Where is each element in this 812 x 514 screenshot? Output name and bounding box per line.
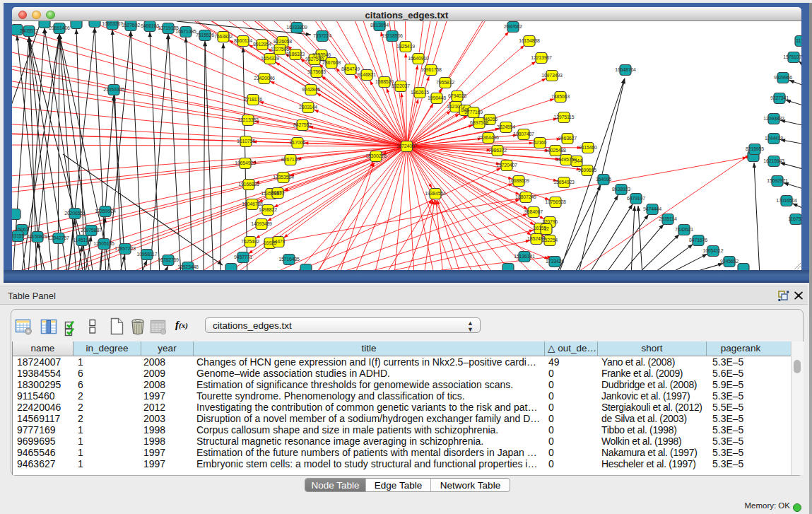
svg-text:8267130: 8267130 xyxy=(281,157,300,162)
svg-text:3175685: 3175685 xyxy=(307,69,326,74)
svg-text:10688609: 10688609 xyxy=(508,178,529,183)
svg-text:1362615: 1362615 xyxy=(411,90,429,95)
svg-text:9329966: 9329966 xyxy=(774,75,792,80)
svg-text:10756928: 10756928 xyxy=(545,199,566,204)
svg-text:1325419: 1325419 xyxy=(396,44,415,49)
svg-text:10973493: 10973493 xyxy=(541,73,563,78)
svg-text:1145193: 1145193 xyxy=(73,238,91,243)
svg-text:16961758: 16961758 xyxy=(420,67,442,72)
svg-text:19654923: 19654923 xyxy=(235,160,256,165)
svg-text:2087682: 2087682 xyxy=(504,24,522,29)
svg-text:20691406: 20691406 xyxy=(49,25,70,30)
svg-text:18300275: 18300275 xyxy=(365,153,387,158)
svg-text:10654112: 10654112 xyxy=(702,248,723,253)
svg-text:12213382: 12213382 xyxy=(237,117,259,122)
svg-text:2935114: 2935114 xyxy=(659,216,677,221)
svg-text:164095: 164095 xyxy=(596,177,611,182)
svg-text:17857223: 17857223 xyxy=(114,246,136,251)
svg-text:12353594: 12353594 xyxy=(273,175,294,180)
svg-text:6466160: 6466160 xyxy=(141,23,159,28)
svg-text:8427552: 8427552 xyxy=(293,122,312,127)
svg-text:6479197: 6479197 xyxy=(627,196,645,201)
svg-text:10958117: 10958117 xyxy=(136,252,157,257)
svg-text:15692971: 15692971 xyxy=(767,178,788,183)
svg-text:9699695: 9699695 xyxy=(578,168,596,173)
svg-text:252254: 252254 xyxy=(542,238,558,243)
svg-text:7663822: 7663822 xyxy=(214,34,233,39)
svg-text:9457771: 9457771 xyxy=(234,255,252,259)
svg-text:12213967: 12213967 xyxy=(531,55,552,60)
svg-text:1654339: 1654339 xyxy=(261,56,279,61)
svg-text:2718176: 2718176 xyxy=(244,97,262,102)
svg-text:9115460: 9115460 xyxy=(579,145,597,150)
svg-text:10025488: 10025488 xyxy=(545,148,566,153)
svg-text:2367608: 2367608 xyxy=(322,60,341,65)
svg-text:7625402: 7625402 xyxy=(241,239,259,244)
svg-text:1610755: 1610755 xyxy=(237,139,255,144)
svg-text:1733426: 1733426 xyxy=(546,259,564,264)
svg-text:8322037: 8322037 xyxy=(392,83,410,88)
svg-text:15654923: 15654923 xyxy=(553,180,575,185)
svg-text:15061: 15061 xyxy=(16,227,29,232)
svg-text:17359924: 17359924 xyxy=(95,209,116,214)
svg-text:19384554: 19384554 xyxy=(425,191,446,196)
svg-text:17016504: 17016504 xyxy=(776,198,797,203)
svg-text:9463627: 9463627 xyxy=(558,136,577,141)
svg-text:15720407: 15720407 xyxy=(496,163,517,168)
svg-text:10653267: 10653267 xyxy=(102,21,123,26)
svg-text:93155: 93155 xyxy=(12,233,25,238)
svg-text:20975887: 20975887 xyxy=(81,228,102,233)
svg-text:16648764: 16648764 xyxy=(615,67,636,72)
svg-text:16046788: 16046788 xyxy=(242,201,263,206)
svg-text:8912954: 8912954 xyxy=(253,42,271,47)
svg-text:14093489: 14093489 xyxy=(251,221,272,226)
svg-text:116753: 116753 xyxy=(788,216,801,221)
svg-text:96833: 96833 xyxy=(271,190,285,195)
svg-text:9327508: 9327508 xyxy=(305,57,324,62)
svg-text:21053346: 21053346 xyxy=(103,87,124,92)
svg-text:7515526: 7515526 xyxy=(196,33,214,37)
svg-text:16671385: 16671385 xyxy=(175,29,196,34)
svg-text:11156829: 11156829 xyxy=(28,234,48,239)
svg-text:120796: 120796 xyxy=(542,219,558,224)
svg-text:19218506: 19218506 xyxy=(382,33,403,38)
svg-text:16782759: 16782759 xyxy=(158,257,179,262)
svg-text:21364436: 21364436 xyxy=(478,135,499,140)
svg-text:18724007: 18724007 xyxy=(396,144,418,148)
svg-text:8186323: 8186323 xyxy=(286,52,305,57)
svg-text:9146821: 9146821 xyxy=(358,72,376,77)
svg-text:1244418: 1244418 xyxy=(765,136,783,141)
svg-text:9684067: 9684067 xyxy=(524,209,543,214)
svg-text:7485063: 7485063 xyxy=(551,94,570,99)
svg-text:12975115: 12975115 xyxy=(553,115,574,119)
svg-text:12: 12 xyxy=(543,226,549,231)
svg-text:2803144: 2803144 xyxy=(299,105,317,110)
svg-text:6794028: 6794028 xyxy=(448,93,466,98)
svg-text:9245652: 9245652 xyxy=(720,259,739,264)
svg-text:1227506: 1227506 xyxy=(271,47,289,52)
svg-text:8660124: 8660124 xyxy=(234,38,252,43)
svg-text:1117: 1117 xyxy=(796,38,801,43)
svg-text:14479: 14479 xyxy=(272,239,286,244)
svg-text:1990448: 1990448 xyxy=(428,95,446,100)
svg-text:62160: 62160 xyxy=(534,140,547,145)
svg-text:817006: 817006 xyxy=(290,140,305,145)
svg-text:9242845: 9242845 xyxy=(302,87,320,92)
svg-text:16640910: 16640910 xyxy=(408,56,429,61)
svg-text:7955812: 7955812 xyxy=(436,80,454,85)
svg-text:19166825: 19166825 xyxy=(238,182,259,187)
svg-text:16154838: 16154838 xyxy=(519,38,540,43)
svg-text:8215955: 8215955 xyxy=(746,146,764,151)
svg-text:8471676: 8471676 xyxy=(689,238,707,243)
svg-text:9227341: 9227341 xyxy=(770,95,789,100)
svg-text:20206556: 20206556 xyxy=(64,211,86,216)
svg-text:1498822: 1498822 xyxy=(259,207,277,212)
svg-text:16033809: 16033809 xyxy=(286,25,307,30)
svg-text:7632621: 7632621 xyxy=(675,227,693,232)
svg-text:9474444: 9474444 xyxy=(643,206,661,211)
svg-text:15136141: 15136141 xyxy=(514,254,535,259)
svg-text:15751074: 15751074 xyxy=(783,54,801,59)
svg-text:1527602: 1527602 xyxy=(122,23,140,28)
svg-text:8454749: 8454749 xyxy=(341,66,360,71)
svg-text:15716485: 15716485 xyxy=(278,257,300,262)
